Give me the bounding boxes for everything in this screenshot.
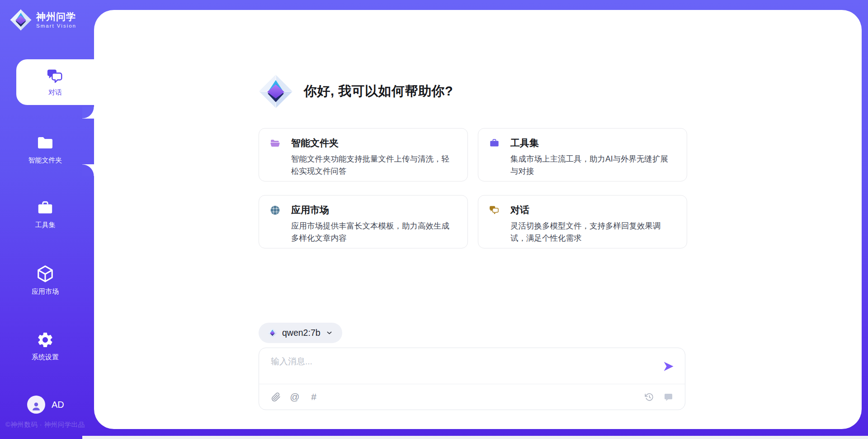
card-description: 集成市场上主流工具，助力AI与外界无缝扩展与对接: [510, 153, 676, 178]
sidebar-item-label: 工具集: [35, 221, 56, 229]
gear-icon: [36, 331, 54, 349]
app-grid-icon: [270, 205, 280, 215]
card-header: 工具集: [489, 137, 676, 149]
model-selector[interactable]: qwen2:7b: [259, 323, 342, 343]
chevron-down-icon: [326, 329, 333, 337]
attachment-icon: [271, 392, 281, 402]
card-title: 工具集: [510, 137, 539, 149]
card-title: 应用市场: [291, 204, 329, 216]
chat-icon: [489, 205, 500, 215]
card-description: 应用市场提供丰富长文本模板，助力高效生成多样化文章内容: [291, 220, 457, 245]
card-description: 智能文件夹功能支持批量文件上传与清洗，轻松实现文件问答: [291, 153, 457, 178]
history-button[interactable]: [642, 390, 656, 404]
card-app-market[interactable]: 应用市场 应用市场提供丰富长文本模板，助力高效生成多样化文章内容: [259, 195, 468, 248]
copyright: ©神州数码 · 神州问学出品: [5, 420, 93, 429]
sidebar-item-toolset[interactable]: 工具集: [0, 200, 90, 229]
sidebar-item-label: 对话: [48, 88, 62, 97]
user-menu[interactable]: AD: [27, 396, 64, 414]
horizontal-scrollbar[interactable]: [82, 436, 868, 439]
avatar: [27, 396, 45, 414]
brand-diamond-icon: [10, 9, 32, 31]
card-title: 智能文件夹: [291, 137, 339, 149]
brand-tagline: Smart Vision: [36, 23, 76, 29]
brand-name: 神州问学: [36, 11, 76, 22]
sidebar-item-app-market[interactable]: 应用市场: [0, 264, 90, 296]
attach-button[interactable]: [269, 390, 283, 404]
card-title: 对话: [510, 204, 529, 216]
card-chat[interactable]: 对话 灵活切换多模型文件，支持多样回复效果调试，满足个性化需求: [478, 195, 687, 248]
sidebar-item-chat[interactable]: 对话: [16, 59, 94, 105]
toolbar-left: @ #: [269, 390, 321, 404]
brand: 神州问学 Smart Vision: [10, 9, 76, 31]
cube-icon: [36, 264, 55, 283]
card-header: 对话: [489, 204, 676, 216]
feature-cards: 智能文件夹 智能文件夹功能支持批量文件上传与清洗，轻松实现文件问答 工具集 集成…: [259, 128, 685, 248]
card-header: 应用市场: [270, 204, 457, 216]
toolbox-icon: [37, 200, 54, 217]
sidebar-item-settings[interactable]: 系统设置: [0, 331, 90, 362]
brand-diamond-icon: [259, 74, 293, 109]
content-column: 你好, 我可以如何帮助你? 智能文件夹 智能文件夹功能支持批量文件上传与清洗，轻…: [259, 10, 685, 410]
app-root: 神州问学 Smart Vision 对话 智能文件夹 工具集 应用市场 系统设置: [0, 0, 868, 439]
toolbar-right: [642, 390, 675, 404]
composer-toolbar: @ #: [259, 384, 685, 410]
history-icon: [645, 392, 654, 402]
greeting-title: 你好, 我可以如何帮助你?: [304, 82, 453, 100]
toolbox-icon: [489, 138, 500, 148]
tab-curve-top: [82, 107, 94, 119]
brand-text: 神州问学 Smart Vision: [36, 11, 76, 29]
sidebar-item-label: 系统设置: [32, 353, 59, 362]
send-icon: [662, 360, 675, 372]
sidebar-item-label: 智能文件夹: [28, 156, 62, 165]
card-description: 灵活切换多模型文件，支持多样回复效果调试，满足个性化需求: [510, 220, 676, 245]
card-smart-folders[interactable]: 智能文件夹 智能文件夹功能支持批量文件上传与清洗，轻松实现文件问答: [259, 128, 468, 181]
user-name: AD: [52, 400, 64, 410]
greeting: 你好, 我可以如何帮助你?: [259, 74, 685, 109]
quick-phrase-button[interactable]: [661, 390, 675, 404]
comment-icon: [664, 392, 673, 402]
main-panel: 你好, 我可以如何帮助你? 智能文件夹 智能文件夹功能支持批量文件上传与清洗，轻…: [94, 10, 862, 429]
hashtag-button[interactable]: #: [307, 390, 321, 404]
model-name: qwen2:7b: [282, 328, 321, 338]
sidebar-item-smart-folders[interactable]: 智能文件夹: [0, 134, 90, 165]
user-avatar-icon: [30, 400, 42, 412]
tab-curve-bottom: [82, 164, 94, 176]
message-input[interactable]: [270, 355, 656, 382]
sidebar: 神州问学 Smart Vision 对话 智能文件夹 工具集 应用市场 系统设置: [0, 0, 94, 439]
folder-open-icon: [270, 138, 280, 148]
card-header: 智能文件夹: [270, 137, 457, 149]
mention-button[interactable]: @: [288, 390, 302, 404]
card-toolset[interactable]: 工具集 集成市场上主流工具，助力AI与外界无缝扩展与对接: [478, 128, 687, 181]
sidebar-item-label: 应用市场: [32, 287, 59, 296]
chat-icon: [47, 68, 64, 85]
send-button[interactable]: [661, 360, 675, 374]
folder-icon: [36, 134, 54, 152]
composer: @ #: [259, 348, 685, 410]
brand-diamond-icon: [268, 328, 277, 338]
